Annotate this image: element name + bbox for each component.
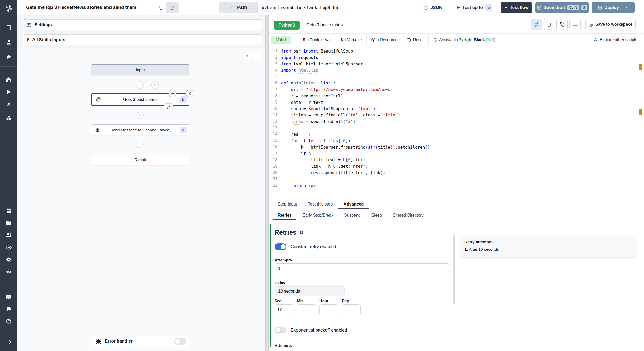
- settings-gear-icon[interactable]: [0, 256, 17, 263]
- save-to-workspace-button[interactable]: Save to workspace: [585, 19, 636, 30]
- code-line[interactable]: 20 res.append((title_text, link)): [269, 169, 644, 176]
- step-name-input[interactable]: [302, 19, 522, 31]
- subtab-early-stop-break[interactable]: Early Stop/Break: [297, 209, 339, 221]
- code-line[interactable]: 8 r = requests.get(url): [269, 93, 644, 99]
- path-value[interactable]: u/henri/send_to_slack_top3_hn: [258, 2, 352, 13]
- assistant-button[interactable]: Assistant (Pyright Black Ruff): [433, 38, 496, 42]
- star-icon[interactable]: [0, 54, 17, 60]
- folders-icon[interactable]: [0, 220, 17, 226]
- unit-input-day[interactable]: [342, 304, 361, 315]
- building-icon[interactable]: [0, 25, 17, 31]
- node-loop-button[interactable]: [164, 103, 173, 110]
- runs-play-icon[interactable]: [0, 89, 17, 95]
- mobile-frame-button[interactable]: [544, 19, 555, 30]
- deploy-dropdown-button[interactable]: [622, 6, 632, 10]
- panel-resize-divider[interactable]: [265, 15, 269, 351]
- home-icon[interactable]: [0, 76, 17, 82]
- code-line[interactable]: 17 if h:: [269, 150, 644, 157]
- code-line[interactable]: 9 data = r.text: [269, 99, 644, 106]
- docs-book-icon[interactable]: [0, 294, 17, 300]
- code-line[interactable]: 6def main(infos: list):: [269, 80, 644, 86]
- subtab-suspend[interactable]: Suspend: [339, 209, 366, 221]
- code-line[interactable]: 19 link = h[0].get('href'): [269, 163, 644, 169]
- add-resource-button[interactable]: +Resource: [371, 38, 397, 42]
- code-editor[interactable]: 1from bs4 import BeautifulSoup2import re…: [269, 46, 644, 199]
- exponential-backoff-toggle[interactable]: [275, 327, 286, 333]
- resources-boxes-icon[interactable]: [0, 115, 17, 121]
- tab-step-input[interactable]: Step Input: [272, 199, 302, 209]
- save-draft-button[interactable]: Save draft Ctrl S: [535, 2, 589, 13]
- error-handler-toggle[interactable]: [174, 338, 186, 345]
- canvas-zoom-out-button[interactable]: −: [253, 52, 261, 60]
- line-number: 12: [269, 119, 277, 124]
- test-flow-button[interactable]: Test flow: [501, 2, 532, 13]
- flow-node-result[interactable]: Result: [91, 155, 189, 165]
- tab-advanced[interactable]: Advanced: [338, 199, 369, 209]
- code-line[interactable]: 5: [269, 73, 644, 80]
- code-line[interactable]: 10 soup = BeautifulSoup(data, "lxml"): [269, 106, 644, 112]
- canvas-zoom-in-button[interactable]: +: [243, 52, 251, 60]
- unit-input-min[interactable]: [297, 304, 316, 315]
- deploy-button[interactable]: Deploy: [592, 2, 635, 13]
- insert-step-button[interactable]: +: [137, 141, 144, 148]
- phone-incoming-button[interactable]: [556, 19, 568, 30]
- unit-input-hour[interactable]: [319, 304, 338, 315]
- insert-step-button[interactable]: +: [137, 112, 144, 119]
- user-icon[interactable]: [0, 39, 17, 45]
- discord-icon[interactable]: [0, 306, 17, 312]
- constant-retry-toggle[interactable]: [275, 243, 286, 250]
- path-edit-button[interactable]: Path: [219, 2, 258, 13]
- retry-attempt-item: 1: After 10 seconds: [464, 247, 632, 252]
- error-handler-node[interactable]: Error handler: [91, 336, 189, 347]
- all-static-inputs-button[interactable]: $ All Static Inputs: [23, 34, 262, 45]
- code-line[interactable]: 14 res = []: [269, 131, 644, 138]
- flow-node-step-a[interactable]: Send Message to Channel (slack) a: [91, 124, 189, 135]
- test-up-to-button[interactable]: Test up to b: [452, 2, 497, 13]
- reset-button[interactable]: Reset: [407, 38, 424, 42]
- flow-title-input[interactable]: [23, 2, 144, 13]
- explore-other-scripts-button[interactable]: Explore other scripts: [593, 38, 637, 42]
- expand-arrow-right-icon[interactable]: [0, 339, 17, 345]
- workers-robot-icon[interactable]: [0, 269, 17, 275]
- code-line[interactable]: 1from bs4 import BeautifulSoup: [269, 48, 644, 54]
- code-line[interactable]: 7 url = "https://news.ycombinator.com/ne…: [269, 86, 644, 93]
- code-line[interactable]: 13: [269, 125, 644, 131]
- schedules-calendar-icon[interactable]: [0, 208, 17, 214]
- move-node-button[interactable]: [169, 90, 176, 97]
- groups-users-icon[interactable]: [0, 232, 17, 238]
- code-line[interactable]: 3from lxml.html import html5parser: [269, 61, 644, 67]
- code-line[interactable]: 12 links = soup.find_all("a"): [269, 118, 644, 125]
- code-line[interactable]: 4import html5lib: [269, 67, 644, 74]
- add-resource-label: +Resource: [377, 38, 397, 42]
- sleep-bed-button[interactable]: [569, 19, 581, 30]
- tab-test-this-step[interactable]: Test this step: [302, 199, 338, 209]
- unit-input-sec[interactable]: [275, 304, 293, 315]
- trigger-bolt-button[interactable]: [151, 81, 159, 89]
- attempts-input[interactable]: [275, 263, 450, 273]
- insert-step-button[interactable]: +: [137, 81, 144, 89]
- audit-eye-icon[interactable]: [0, 244, 17, 251]
- json-button[interactable]: JSON: [419, 2, 447, 13]
- delete-node-button[interactable]: ×: [186, 90, 193, 97]
- code-line[interactable]: 21: [269, 176, 644, 182]
- flow-settings-button[interactable]: Settings: [23, 19, 262, 30]
- subtab-shared-directory[interactable]: Shared Directory: [387, 209, 429, 221]
- undo-button[interactable]: [154, 2, 166, 13]
- subtab-sleep[interactable]: Sleep: [366, 209, 387, 221]
- code-line[interactable]: 2import requests: [269, 54, 644, 61]
- code-line[interactable]: 16 h = html5parser.fromstring(str(title)…: [269, 144, 644, 150]
- flow-node-input[interactable]: Input: [91, 64, 189, 75]
- redo-button[interactable]: [166, 2, 179, 13]
- github-icon[interactable]: [0, 318, 17, 324]
- code-line[interactable]: 15 for title in titles[:6]:: [269, 138, 644, 144]
- code-line[interactable]: 18 title_text = h[0].text: [269, 157, 644, 163]
- panel-scrollbar[interactable]: [453, 235, 455, 304]
- windmill-logo-icon[interactable]: [0, 3, 17, 14]
- loop-step-button[interactable]: [531, 19, 542, 30]
- add-variable-button[interactable]: $ +Variable: [341, 38, 362, 42]
- add-context-var-button[interactable]: $ +Context Var: [303, 38, 331, 42]
- code-line[interactable]: 22 return res: [269, 182, 644, 189]
- code-line[interactable]: 11 titles = soup.find_all("td", class_="…: [269, 112, 644, 118]
- variables-dollar-icon[interactable]: $: [0, 102, 17, 108]
- subtab-retries[interactable]: Retries: [272, 209, 297, 221]
